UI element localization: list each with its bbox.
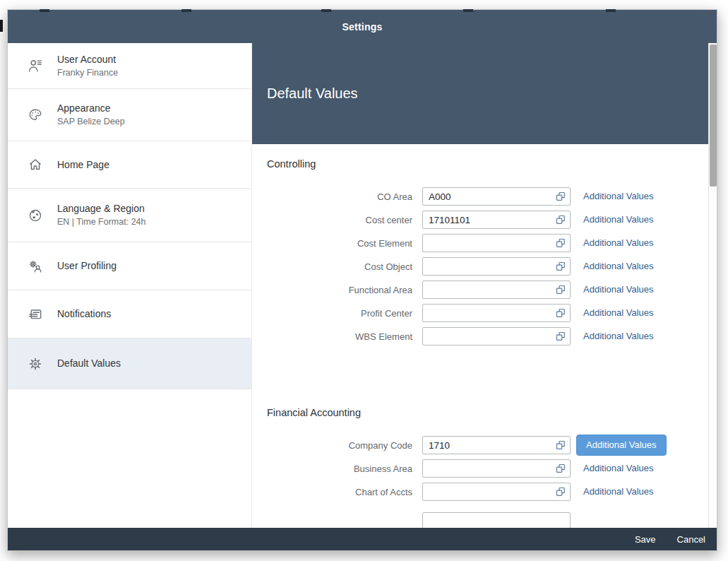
sidebar-item-label: User Profiling: [57, 260, 117, 272]
employee-icon: [28, 58, 43, 73]
form-row-cost-object: Cost ObjectAdditional Values: [267, 257, 708, 276]
value-help-icon[interactable]: [551, 259, 570, 274]
additional-values-button[interactable]: Additional Values: [576, 435, 667, 456]
form-section-controlling: ControllingCO AreaAdditional ValuesCost …: [267, 158, 708, 346]
form-row-co-area: CO AreaAdditional Values: [267, 187, 708, 206]
company-code-field: [422, 436, 571, 454]
content-page-header: Default Values: [252, 43, 708, 144]
field-label: Cost Object: [267, 261, 412, 272]
sidebar-item-texts: Language & RegionEN | Time Format: 24h: [57, 203, 146, 228]
cost-object-input[interactable]: [423, 258, 551, 275]
co-area-input[interactable]: [423, 188, 551, 205]
additional-values-link[interactable]: Additional Values: [583, 307, 654, 319]
sidebar-item-default-values[interactable]: Default Values: [8, 338, 251, 389]
cost-center-input[interactable]: [423, 211, 551, 228]
value-help-icon[interactable]: [551, 305, 570, 321]
clipped-field[interactable]: [422, 512, 571, 528]
form-row-clipped: [267, 512, 708, 528]
gear-icon: [28, 356, 43, 372]
value-help-icon[interactable]: [551, 282, 570, 297]
value-help-icon[interactable]: [551, 437, 570, 453]
form-row-cost-center: Cost centerAdditional Values: [267, 211, 708, 229]
chart-of-accts-input[interactable]: [423, 483, 551, 500]
additional-values-link[interactable]: Additional Values: [583, 331, 654, 342]
field-label: Profit Center: [267, 308, 412, 319]
sidebar-item-language-region[interactable]: Language & RegionEN | Time Format: 24h: [8, 189, 251, 242]
functional-area-field: [422, 280, 571, 299]
sidebar-item-sublabel: Franky Finance: [57, 68, 118, 78]
value-help-icon[interactable]: [551, 235, 570, 251]
background-artifact: [606, 9, 616, 12]
cancel-button[interactable]: Cancel: [675, 533, 708, 546]
value-help-icon[interactable]: [551, 461, 570, 476]
sidebar-item-texts: Home Page: [57, 159, 109, 171]
wbs-element-input[interactable]: [423, 328, 551, 345]
save-button[interactable]: Save: [633, 533, 658, 546]
sidebar-item-texts: User AccountFranky Finance: [57, 54, 118, 78]
background-artifact: [0, 20, 3, 32]
form-row-functional-area: Functional AreaAdditional Values: [267, 280, 708, 299]
cost-element-field: [422, 234, 571, 252]
dialog-body: User AccountFranky FinanceAppearanceSAP …: [8, 43, 717, 528]
sidebar-item-label: Appearance: [57, 102, 125, 114]
sidebar-item-user-profiling[interactable]: User Profiling: [8, 242, 251, 290]
co-area-field: [422, 187, 571, 206]
form-row-profit-center: Profit CenterAdditional Values: [267, 304, 708, 322]
sidebar-item-label: Default Values: [57, 358, 121, 370]
background-artifact: [181, 9, 191, 12]
settings-dialog: Settings User AccountFranky FinanceAppea…: [7, 9, 717, 551]
globe-icon: [28, 208, 43, 223]
business-area-input[interactable]: [423, 460, 551, 477]
form-scroll-area: ControllingCO AreaAdditional ValuesCost …: [252, 144, 708, 528]
additional-values-link[interactable]: Additional Values: [583, 463, 654, 474]
form-row-cost-element: Cost ElementAdditional Values: [267, 234, 708, 252]
background-artifact: [463, 9, 473, 12]
field-label: Cost center: [267, 215, 412, 225]
field-label: Company Code: [267, 440, 412, 451]
additional-values-link[interactable]: Additional Values: [583, 284, 654, 295]
value-help-icon[interactable]: [551, 329, 570, 344]
content-main-column: Default Values ControllingCO AreaAdditio…: [252, 43, 708, 528]
sidebar-item-notifications[interactable]: Notifications: [8, 290, 251, 338]
form-row-company-code: Company CodeAdditional Values: [267, 436, 708, 454]
scrollbar-thumb[interactable]: [710, 45, 717, 187]
value-help-icon[interactable]: [551, 189, 570, 204]
user-settings-icon: [28, 259, 43, 274]
form-section-financial-accounting: Financial AccountingCompany CodeAddition…: [267, 406, 708, 528]
additional-values-link[interactable]: Additional Values: [583, 261, 654, 272]
sidebar-item-texts: AppearanceSAP Belize Deep: [57, 102, 125, 127]
sidebar-item-appearance[interactable]: AppearanceSAP Belize Deep: [8, 89, 251, 141]
palette-icon: [28, 107, 43, 123]
additional-values-link[interactable]: Additional Values: [583, 486, 654, 497]
sidebar-item-sublabel: EN | Time Format: 24h: [57, 217, 146, 228]
form-row-wbs-element: WBS ElementAdditional Values: [267, 327, 708, 346]
profit-center-field: [422, 304, 571, 322]
dialog-titlebar: Settings: [8, 10, 717, 43]
sidebar-item-label: Language & Region: [57, 203, 146, 215]
additional-values-link[interactable]: Additional Values: [583, 214, 654, 225]
section-title: Controlling: [267, 158, 708, 170]
cost-center-field: [422, 211, 571, 229]
dialog-title: Settings: [342, 21, 383, 33]
sidebar-item-home-page[interactable]: Home Page: [8, 141, 251, 189]
sidebar-item-user-account[interactable]: User AccountFranky Finance: [8, 43, 251, 89]
additional-values-link[interactable]: Additional Values: [583, 191, 654, 202]
sidebar-item-texts: User Profiling: [57, 260, 117, 272]
form-row-business-area: Business AreaAdditional Values: [267, 459, 708, 478]
value-help-icon[interactable]: [551, 484, 570, 500]
cost-element-input[interactable]: [423, 235, 551, 252]
value-help-icon[interactable]: [551, 212, 570, 228]
section-title: Financial Accounting: [267, 406, 708, 419]
page-title: Default Values: [267, 85, 358, 102]
wbs-element-field: [422, 327, 571, 346]
cost-object-field: [422, 257, 571, 276]
field-label: CO Area: [267, 191, 412, 202]
sidebar-item-label: Notifications: [57, 308, 111, 320]
additional-values-link[interactable]: Additional Values: [583, 237, 654, 249]
company-code-input[interactable]: [423, 437, 551, 454]
field-label: WBS Element: [267, 331, 412, 342]
functional-area-input[interactable]: [423, 281, 551, 298]
profit-center-input[interactable]: [423, 305, 551, 321]
sidebar-item-label: Home Page: [57, 159, 109, 171]
vertical-scrollbar[interactable]: [708, 43, 717, 528]
